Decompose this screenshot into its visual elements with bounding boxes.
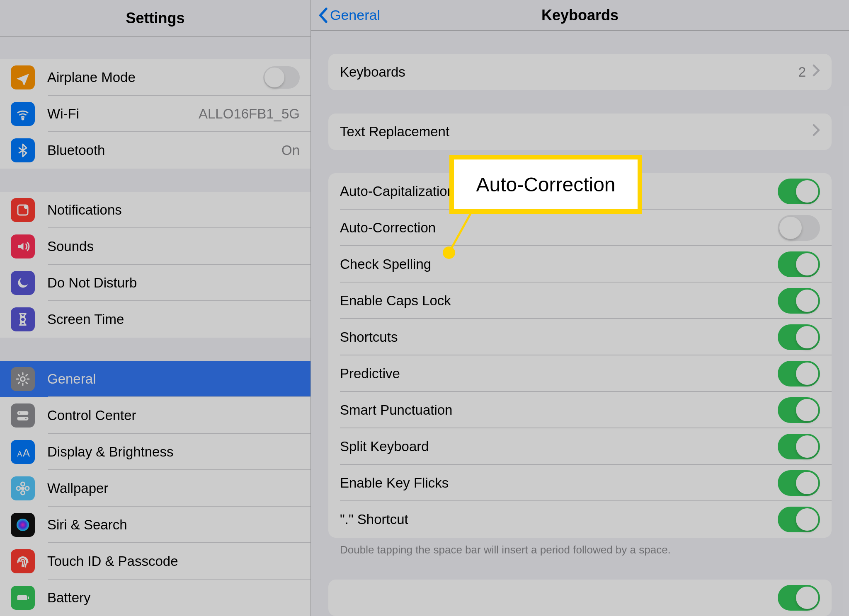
svg-point-13 [17, 487, 20, 490]
toggles-icon [11, 403, 35, 428]
detail-row-label: Predictive [340, 366, 778, 382]
detail-pane: General Keyboards Keyboards2Text Replace… [311, 0, 849, 616]
detail-row-autocorrect[interactable]: Auto-Correction [328, 210, 832, 246]
fingerprint-icon [11, 549, 35, 573]
toggle-autocap[interactable] [778, 179, 820, 204]
sidebar-item-label: Notifications [47, 202, 300, 218]
svg-point-14 [25, 487, 29, 490]
toggle-dotshortcut[interactable] [778, 507, 820, 532]
sounds-icon [11, 234, 35, 258]
svg-point-2 [24, 205, 28, 209]
svg-point-3 [21, 377, 25, 382]
detail-row-smartpunct[interactable]: Smart Punctuation [328, 392, 832, 428]
detail-row-dotshortcut[interactable]: "." Shortcut [328, 501, 832, 538]
detail-row-keyflicks[interactable]: Enable Key Flicks [328, 465, 832, 501]
svg-rect-16 [17, 595, 27, 600]
sidebar-item-battery[interactable]: Battery [0, 580, 310, 616]
section-footer: Double tapping the space bar will insert… [328, 538, 832, 556]
detail-row-splitkb[interactable]: Split Keyboard [328, 428, 832, 465]
notifications-icon [11, 198, 35, 222]
detail-row-value: 2 [798, 64, 806, 80]
chevron-right-icon [813, 64, 820, 80]
sidebar-item-label: Bluetooth [47, 143, 281, 158]
toggle-nextsection[interactable] [778, 585, 820, 611]
sidebar-item-label: Sounds [47, 239, 300, 254]
sidebar-item-label: Wi-Fi [47, 106, 199, 122]
svg-text:A: A [17, 450, 22, 458]
sidebar-item-controlcenter[interactable]: Control Center [0, 397, 310, 434]
svg-point-7 [25, 418, 27, 420]
detail-row-shortcuts[interactable]: Shortcuts [328, 319, 832, 355]
detail-row-spelling[interactable]: Check Spelling [328, 246, 832, 283]
sidebar-item-airplane[interactable]: Airplane Mode [0, 59, 310, 96]
svg-text:A: A [23, 447, 30, 459]
sidebar-item-screentime[interactable]: Screen Time [0, 301, 310, 338]
toggle-splitkb[interactable] [778, 434, 820, 459]
detail-row-capslock[interactable]: Enable Caps Lock [328, 283, 832, 319]
sidebar-item-label: Battery [47, 590, 300, 606]
detail-row-label: Auto-Capitalization [340, 184, 778, 199]
detail-row-nextsection[interactable] [328, 580, 832, 616]
detail-row-predictive[interactable]: Predictive [328, 355, 832, 392]
detail-row-keyboards[interactable]: Keyboards2 [328, 54, 832, 90]
svg-point-11 [21, 482, 25, 486]
detail-row-label: Check Spelling [340, 256, 778, 272]
airplane-icon [11, 65, 35, 89]
sidebar-item-value: ALLO16FB1_5G [199, 106, 300, 122]
sidebar-item-label: Screen Time [47, 312, 300, 327]
toggle-autocorrect[interactable] [778, 215, 820, 241]
sidebar-item-siri[interactable]: Siri & Search [0, 507, 310, 543]
detail-row-label: Auto-Correction [340, 220, 778, 236]
sidebar-item-label: Touch ID & Passcode [47, 553, 300, 569]
battery-icon [11, 586, 35, 610]
sidebar-item-notifications[interactable]: Notifications [0, 192, 310, 228]
gear-icon [11, 367, 35, 391]
svg-point-0 [22, 118, 24, 120]
sidebar-title: Settings [126, 10, 184, 27]
toggle-smartpunct[interactable] [778, 397, 820, 423]
sidebar-item-dnd[interactable]: Do Not Disturb [0, 265, 310, 301]
wifi-icon [11, 102, 35, 126]
toggle-airplane[interactable] [263, 66, 300, 89]
svg-point-10 [21, 487, 25, 490]
sidebar-item-general[interactable]: General [0, 361, 310, 397]
svg-point-12 [21, 491, 25, 495]
svg-point-15 [17, 519, 29, 531]
sidebar-item-wifi[interactable]: Wi-FiALLO16FB1_5G [0, 96, 310, 132]
sidebar-item-touchid[interactable]: Touch ID & Passcode [0, 543, 310, 580]
settings-sidebar: Settings Airplane ModeWi-FiALLO16FB1_5GB… [0, 0, 311, 616]
sidebar-item-label: Do Not Disturb [47, 275, 300, 291]
detail-row-label: Keyboards [340, 64, 798, 80]
toggle-shortcuts[interactable] [778, 324, 820, 350]
chevron-left-icon [318, 7, 327, 23]
svg-rect-17 [28, 597, 29, 599]
detail-row-label: Enable Key Flicks [340, 475, 778, 491]
sidebar-item-bluetooth[interactable]: BluetoothOn [0, 132, 310, 169]
toggle-capslock[interactable] [778, 288, 820, 314]
moon-icon [11, 271, 35, 295]
svg-point-5 [19, 412, 21, 414]
detail-title: Keyboards [541, 7, 619, 24]
detail-row-textreplacement[interactable]: Text Replacement [328, 114, 832, 150]
back-button[interactable]: General [318, 7, 380, 23]
detail-header: General Keyboards [311, 0, 849, 31]
detail-row-label: Smart Punctuation [340, 402, 778, 418]
detail-row-label: Shortcuts [340, 329, 778, 345]
sidebar-item-sounds[interactable]: Sounds [0, 228, 310, 265]
back-label: General [330, 7, 380, 23]
sidebar-item-value: On [281, 143, 300, 158]
detail-row-label: "." Shortcut [340, 512, 778, 527]
sidebar-item-label: General [47, 371, 300, 387]
toggle-spelling[interactable] [778, 251, 820, 277]
sidebar-item-display[interactable]: AADisplay & Brightness [0, 434, 310, 470]
detail-row-autocap[interactable]: Auto-Capitalization [328, 173, 832, 210]
sidebar-item-label: Display & Brightness [47, 444, 300, 460]
toggle-keyflicks[interactable] [778, 470, 820, 496]
detail-row-label: Text Replacement [340, 124, 813, 140]
chevron-right-icon [813, 124, 820, 140]
siri-icon [11, 513, 35, 537]
sidebar-item-label: Siri & Search [47, 517, 300, 533]
sidebar-item-label: Airplane Mode [47, 70, 263, 85]
toggle-predictive[interactable] [778, 361, 820, 387]
sidebar-item-wallpaper[interactable]: Wallpaper [0, 470, 310, 507]
